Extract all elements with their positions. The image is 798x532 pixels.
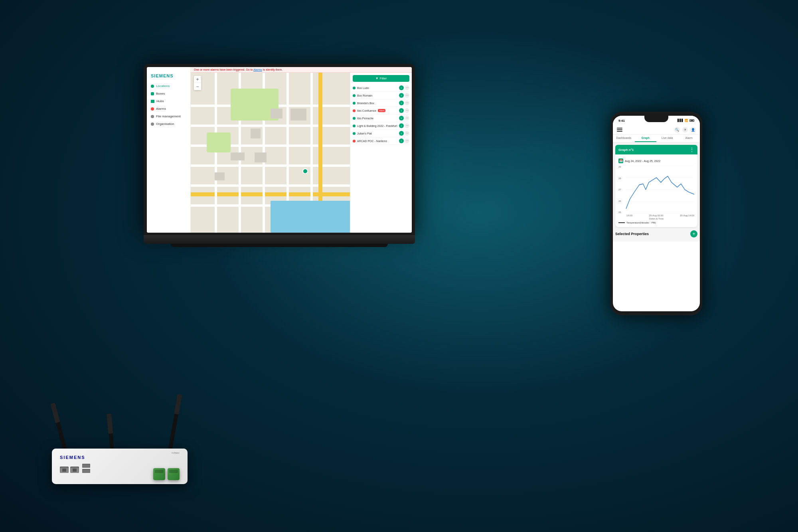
alarms-link[interactable]: Alarms: [253, 68, 262, 71]
location-more-button[interactable]: ⋯: [405, 85, 409, 90]
phone-screen: 9:41 ▋▋▋ 📶 🔍 ? 👤: [613, 116, 700, 311]
tab-alarm[interactable]: Alarm: [678, 134, 700, 142]
laptop-content-area: + − ▼ Filter Box Ludo: [191, 73, 412, 233]
list-item: Box Ludo › ⋯: [353, 84, 409, 92]
location-view-button[interactable]: ›: [399, 131, 404, 136]
zoom-out-button[interactable]: −: [194, 83, 201, 90]
zoom-in-button[interactable]: +: [194, 76, 201, 83]
search-button[interactable]: 🔍: [674, 127, 680, 133]
location-view-button[interactable]: ›: [399, 138, 404, 143]
laptop-brand: SIEMENS: [147, 71, 190, 82]
y-label-1: 25: [618, 211, 621, 214]
filter-button[interactable]: ▼ Filter: [353, 75, 409, 82]
list-item: Brianda's Box › ⋯: [353, 99, 409, 107]
location-more-button[interactable]: ⋯: [405, 131, 409, 136]
map-pin[interactable]: [302, 168, 308, 174]
location-dot: [353, 102, 356, 105]
chart-x-labels: 14:00 25-Aug 02:00 25-Aug 14:00: [618, 214, 694, 217]
tab-graph[interactable]: Graph: [635, 134, 657, 142]
x-label-2: 25-Aug 02:00: [649, 214, 663, 217]
map-zoom-controls: + −: [194, 76, 201, 90]
location-dot: [353, 94, 356, 97]
phone-device: 9:41 ▋▋▋ 📶 🔍 ? 👤: [610, 112, 702, 315]
x-axis-label: Dates & Time: [618, 218, 694, 220]
nav-item-organisation[interactable]: Organisation: [147, 120, 190, 128]
antenna-tip-3: [107, 413, 113, 434]
map-background: [191, 73, 350, 233]
usb-ports: [82, 464, 90, 473]
help-button[interactable]: ?: [682, 127, 688, 133]
chart-y-labels: 29 28 27 26 25: [618, 166, 621, 214]
phone-time: 9:41: [618, 119, 625, 123]
nav-item-boxes[interactable]: Boxes: [147, 90, 190, 97]
phone-top-nav: 🔍 ? 👤: [613, 125, 700, 134]
location-view-button[interactable]: ›: [399, 85, 404, 90]
box-icon: [151, 92, 154, 95]
tab-live-data[interactable]: Live data: [656, 134, 678, 142]
location-name: Julian's Flat: [357, 132, 372, 135]
device-brand: SIEMENS: [60, 455, 180, 460]
location-view-button[interactable]: ›: [399, 101, 404, 105]
location-actions: › ⋯: [399, 108, 409, 113]
location-more-button[interactable]: ⋯: [405, 123, 409, 128]
list-item: Box Romain › ⋯: [353, 92, 409, 99]
location-actions: › ⋯: [399, 93, 409, 98]
antenna-tip-1: [50, 403, 60, 423]
location-actions: › ⋯: [399, 131, 409, 136]
selected-properties-header: Selected Properties +: [615, 230, 697, 237]
location-more-button[interactable]: ⋯: [405, 108, 409, 113]
device-body: SIEMENS H-PMAC: [52, 449, 188, 484]
eth-port-1: [60, 467, 69, 473]
alarm-icon: [151, 107, 154, 111]
nav-label-boxes: Boxes: [156, 92, 165, 95]
location-more-button[interactable]: ⋯: [405, 93, 409, 98]
phone-nav-icons: 🔍 ? 👤: [674, 127, 696, 133]
green-connector-1: [153, 468, 165, 480]
antenna-1: [51, 406, 68, 453]
location-view-button[interactable]: ›: [399, 108, 404, 113]
location-view-button[interactable]: ›: [399, 123, 404, 128]
graph-more-button[interactable]: ⋮: [689, 147, 694, 152]
battery-icon: [689, 119, 694, 122]
nav-label-organisation: Organisation: [156, 122, 174, 126]
map-area[interactable]: + −: [191, 73, 350, 233]
phone-notch: [644, 116, 668, 122]
nav-item-hubs[interactable]: Hubs: [147, 97, 190, 105]
device-model-label: H-PMAC: [172, 452, 180, 454]
graph-date-range: 📅 Aug 24, 2022 - Aug 25, 2022: [618, 158, 694, 163]
laptop-base: [144, 235, 415, 244]
location-more-button[interactable]: ⋯: [405, 101, 409, 105]
profile-button[interactable]: 👤: [690, 127, 696, 133]
menu-button[interactable]: [617, 128, 622, 132]
org-icon: [151, 123, 154, 126]
laptop-device: SIEMENS Locations Boxes Hubs Alarms: [144, 64, 415, 247]
add-property-button[interactable]: +: [690, 230, 697, 237]
nav-item-locations[interactable]: Locations: [147, 82, 190, 90]
laptop-screen-wrapper: SIEMENS Locations Boxes Hubs Alarms: [144, 64, 415, 236]
laptop-main-content: One or more alarms have been triggered. …: [191, 67, 412, 233]
green-connector-2: [168, 468, 180, 480]
location-view-button[interactable]: ›: [399, 93, 404, 98]
antenna-tip-2: [174, 394, 182, 414]
laptop-right-panel: ▼ Filter Box Ludo › ⋯: [350, 73, 412, 233]
location-view-button[interactable]: ›: [399, 116, 404, 121]
location-name: Light & Building 2022 - Frankfurt: [357, 125, 397, 127]
tab-dashboards[interactable]: Dashboards: [613, 134, 635, 142]
location-name: ARCAD POC - Nanterre: [357, 140, 387, 142]
usb-port-2: [82, 469, 90, 473]
laptop-foot: [171, 244, 388, 247]
nav-item-file-management[interactable]: File management: [147, 113, 190, 120]
filter-icon: ▼: [375, 77, 379, 80]
nav-label-alarms: Alarms: [156, 107, 166, 111]
location-more-button[interactable]: ⋯: [405, 116, 409, 121]
nav-label-locations: Locations: [156, 84, 170, 88]
location-dot: [353, 87, 356, 89]
y-label-4: 28: [618, 177, 621, 180]
graph-title: Graph n°1: [618, 148, 634, 152]
location-more-button[interactable]: ⋯: [405, 138, 409, 143]
location-dot: [353, 117, 356, 120]
y-label-3: 27: [618, 188, 621, 191]
nav-label-hubs: Hubs: [156, 99, 164, 103]
nav-item-alarms[interactable]: Alarms: [147, 105, 190, 113]
hub-icon: [151, 100, 154, 103]
